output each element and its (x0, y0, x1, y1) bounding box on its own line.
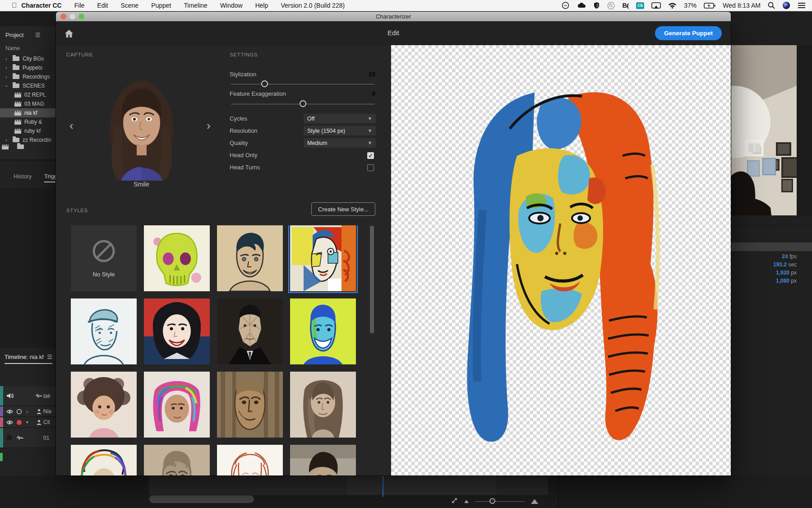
head-only-checkbox[interactable]: ✓ (367, 152, 374, 159)
screen:  Character CC FileEditScenePuppetTimeli… (0, 0, 812, 508)
eye-visibility-icon[interactable] (6, 409, 13, 414)
magnifier-status-icon[interactable] (607, 2, 615, 9)
project-item-puppets[interactable]: ›Puppets (0, 63, 56, 72)
playhead[interactable] (383, 475, 383, 497)
cycles-dropdown[interactable]: Off▼ (304, 114, 376, 123)
menu-bar-clock[interactable]: Wed 8:13 AM (723, 2, 761, 9)
style-thumbnail-ink-sketch-man[interactable] (71, 298, 137, 364)
stylized-preview-canvas[interactable] (391, 45, 731, 475)
style-thumbnail-cubist-woman[interactable] (290, 225, 356, 291)
menu-window[interactable]: Window (220, 2, 243, 9)
timeline-track-01[interactable]: 01 (0, 428, 56, 448)
style-thumbnail-wood-carving[interactable] (217, 372, 283, 438)
timeline-track-tak[interactable]: tak (0, 386, 56, 406)
menu-version[interactable]: Version 2.0 (Build 228) (281, 2, 345, 9)
project-item-label: 03 MAG (24, 101, 44, 107)
eye-visibility-icon[interactable] (6, 420, 13, 425)
wifi-icon[interactable] (668, 2, 677, 9)
disclosure-arrow-icon[interactable]: › (4, 138, 9, 143)
timeline-track-nia[interactable]: ›Nia (0, 406, 56, 417)
style-thumbnail-lowpoly-man[interactable] (217, 298, 283, 364)
airplay-display-icon[interactable] (651, 2, 661, 9)
quality-dropdown[interactable]: Medium▼ (304, 138, 376, 148)
style-thumbnail-skull[interactable] (144, 225, 210, 291)
project-item-scenes[interactable]: ›SCENES (0, 81, 56, 90)
style-thumbnail-dark-painting-man[interactable] (290, 445, 356, 475)
styles-scrollbar[interactable] (370, 226, 374, 333)
b-app-icon[interactable]: B⦅ (622, 2, 629, 9)
project-name-column-header[interactable]: Name (5, 45, 20, 51)
disclosure-arrow-icon[interactable]: › (4, 65, 9, 70)
head-turns-checkbox[interactable] (367, 164, 374, 171)
spotlight-search-icon[interactable] (768, 2, 775, 9)
menu-scene[interactable]: Scene (120, 2, 138, 9)
onedrive-cloud-icon[interactable] (577, 2, 586, 9)
app-name[interactable]: Character CC (21, 2, 61, 9)
mute-box-icon[interactable] (6, 435, 12, 441)
speaker-icon (6, 393, 14, 399)
style-thumbnail-watercolor-child[interactable] (71, 372, 137, 438)
track-color-strip (0, 417, 3, 427)
timeline-tab[interactable]: Timeline: nia kf ☰ (5, 354, 52, 364)
chevron-down-icon[interactable]: ▾ (26, 420, 28, 424)
disclosure-arrow-icon[interactable]: › (4, 75, 9, 79)
tab-history[interactable]: History (14, 173, 32, 180)
project-item-recordings[interactable]: ›Recordings (0, 72, 56, 81)
notification-list-icon[interactable] (798, 2, 806, 9)
disclosure-arrow-icon[interactable]: › (4, 56, 9, 61)
project-item-city-bgs[interactable]: ›City BGs (0, 54, 56, 63)
feature-exaggeration-label: Feature Exaggeration (230, 90, 286, 97)
selected-property-row[interactable] (731, 242, 812, 251)
chevron-right-icon[interactable]: › (26, 409, 28, 414)
menu-timeline[interactable]: Timeline (184, 2, 208, 9)
next-expression-button[interactable]: › (207, 121, 211, 130)
menu-edit[interactable]: Edit (97, 2, 108, 9)
disclosure-arrow-icon[interactable]: › (4, 83, 9, 89)
creative-cloud-icon[interactable]: ∞ (561, 2, 570, 9)
project-item-zz-recordin[interactable]: ›zz Recordin (0, 135, 56, 144)
project-item-ruby-kf[interactable]: ruby kf (0, 126, 56, 135)
create-new-style-button[interactable]: Create New Style... (311, 202, 375, 216)
dialog-title-bar[interactable]: Characterizer (56, 12, 731, 21)
apple-menu-icon[interactable]:  (12, 1, 17, 9)
shield-icon[interactable] (593, 2, 600, 9)
siri-icon[interactable] (782, 1, 790, 9)
project-panel-title[interactable]: Project (5, 32, 23, 38)
stylization-slider-thumb[interactable] (261, 80, 268, 87)
record-arm-icon[interactable] (16, 419, 22, 425)
zoom-in-icon[interactable] (531, 499, 538, 504)
style-thumbnail-stone-sculpture[interactable] (144, 445, 210, 475)
style-thumbnail-rainbow-woman[interactable] (144, 372, 210, 438)
feature-exaggeration-slider-thumb[interactable] (300, 100, 306, 107)
project-item-ruby-[interactable]: Ruby & (0, 117, 56, 126)
menu-puppet[interactable]: Puppet (151, 2, 171, 9)
panel-menu-icon[interactable]: ☰ (35, 32, 41, 38)
cb-app-icon[interactable]: Cb (636, 2, 644, 9)
panel-menu-icon[interactable]: ☰ (47, 354, 52, 360)
project-item-02-repl[interactable]: 02 REPL (0, 90, 56, 99)
timeline-track-area[interactable] (149, 475, 548, 495)
style-thumbnail-comic-man[interactable] (217, 225, 283, 291)
style-thumbnail-no-style[interactable]: No Style (71, 225, 137, 291)
project-item-nia-kf[interactable]: nia kf (0, 108, 56, 117)
zoom-out-icon[interactable] (464, 500, 469, 503)
fit-to-view-icon[interactable] (451, 497, 458, 506)
style-thumbnail-abstract-ink[interactable] (71, 445, 137, 475)
zoom-slider[interactable] (475, 501, 525, 502)
project-item-03-mag[interactable]: 03 MAG (0, 99, 56, 108)
stylization-slider[interactable] (231, 84, 374, 84)
generate-puppet-button[interactable]: Generate Puppet (655, 26, 722, 40)
style-thumbnail-popart-man[interactable] (290, 298, 356, 364)
resolution-dropdown[interactable]: Style (1504 px)▼ (304, 126, 376, 135)
style-thumbnail-popart-woman[interactable] (144, 298, 210, 364)
style-thumbnail-sepia-woman[interactable] (290, 372, 356, 438)
menu-file[interactable]: File (74, 2, 85, 9)
menu-help[interactable]: Help (255, 2, 268, 9)
zoom-slider-knob[interactable] (489, 498, 495, 504)
keyframe-circle-icon[interactable] (16, 409, 22, 415)
horizontal-scrollbar[interactable] (149, 495, 254, 503)
style-thumbnail-red-sketch[interactable] (217, 445, 283, 475)
feature-exaggeration-slider[interactable] (231, 104, 374, 104)
timeline-track-cit[interactable]: ▾Cit (0, 417, 56, 428)
previous-expression-button[interactable]: ‹ (69, 121, 74, 130)
